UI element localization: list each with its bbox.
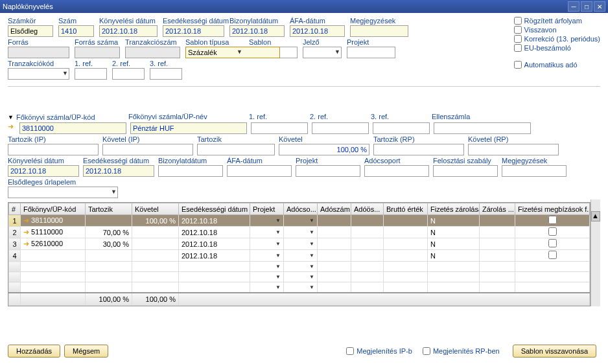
label-fokonyvi-nev: Főkönyvi számla/ÜP-név <box>128 113 245 120</box>
korrekcio-label: Korrekció (13. periódus) <box>524 35 600 43</box>
szam-input[interactable] <box>58 25 94 37</box>
entries-grid[interactable]: # Főkönyv/ÜP-kód Tartozik Követel Esedék… <box>8 202 590 306</box>
label-kovetel-ip: Követel (IP) <box>102 135 193 143</box>
label-projekt: Projekt <box>347 38 395 46</box>
ref3-input[interactable] <box>150 68 182 80</box>
line-konyv-datum-input[interactable] <box>8 165 79 177</box>
minimize-button[interactable]: ─ <box>568 1 579 12</box>
table-row[interactable]: 2➜ 5111000070,00 %2012.10.18▼▼N <box>9 227 590 238</box>
label-sablon: Sablon <box>249 38 298 46</box>
sablon-visszavonasa-button[interactable]: Sablon visszavonása <box>513 345 596 358</box>
col-adoos[interactable]: Adóös... <box>351 203 384 215</box>
jelzo-select[interactable] <box>303 47 342 58</box>
col-adocso[interactable]: Adócso... <box>284 203 318 215</box>
label-ellenszamla: Ellenszámla <box>432 113 529 120</box>
row-arrow-icon: ➜ <box>8 122 14 130</box>
table-row[interactable]: 42012.10.18▼▼N <box>9 250 590 262</box>
line-ref2-input[interactable] <box>312 122 369 134</box>
label-szam: Szám <box>58 17 94 25</box>
visszavon-checkbox[interactable] <box>514 26 522 34</box>
label-tartozik-rp: Tartozik (RP) <box>373 135 464 143</box>
line-account-input[interactable] <box>19 122 126 134</box>
line-ref1-input[interactable] <box>251 122 308 134</box>
auto-ado-checkbox[interactable] <box>514 61 522 69</box>
kovetel-ip-input[interactable] <box>102 144 193 155</box>
line-projekt-input[interactable] <box>296 165 360 177</box>
col-esedek[interactable]: Esedékességi dátum <box>179 203 250 215</box>
col-zarolas[interactable]: Zárolás ... <box>480 203 515 215</box>
elsodleges-select[interactable] <box>8 187 118 198</box>
korrekcio-checkbox[interactable] <box>514 35 522 43</box>
tartozik-ip-input[interactable] <box>8 144 99 155</box>
label-megjegyzesek: Megjegyzések <box>350 17 408 25</box>
megjelenites-rp-checkbox[interactable] <box>423 347 430 355</box>
collapse-icon[interactable]: ▼ <box>8 114 14 120</box>
sablon-tipusa-select[interactable] <box>185 47 280 58</box>
line-esedek-datum-input[interactable] <box>83 165 154 177</box>
esedekessegi-datum-input[interactable] <box>163 25 224 37</box>
felosztasi-input[interactable] <box>433 165 498 177</box>
line-bizonylat-datum-input[interactable] <box>158 165 223 177</box>
adocsoport-input[interactable] <box>364 165 429 177</box>
projekt-input[interactable] <box>347 47 395 58</box>
col-tartozik[interactable]: Tartozik <box>86 203 132 215</box>
table-row[interactable]: 1➜ 38110000100,00 %2012.10.18▼▼N <box>9 215 590 227</box>
grid-scrollbar[interactable]: ▲ <box>590 199 600 306</box>
tranzakcioszam-input[interactable] <box>125 47 180 58</box>
label-line-ref2: 2. ref. <box>310 113 367 120</box>
tranzakciokod-select[interactable] <box>8 68 69 80</box>
forras-input[interactable] <box>8 47 69 58</box>
megsem-button[interactable]: Mégsem <box>64 345 108 358</box>
line-ref3-input[interactable] <box>373 122 430 134</box>
line-ellenszamla-input[interactable] <box>434 122 531 134</box>
table-row[interactable]: 3➜ 5261000030,00 %2012.10.18▼▼N <box>9 238 590 250</box>
afa-datum-input[interactable] <box>290 25 345 37</box>
label-forras: Forrás <box>8 38 69 46</box>
tartozik-input[interactable] <box>197 144 275 155</box>
col-fizetes-zar[interactable]: Fizetés zárolása <box>428 203 480 215</box>
megjegyzesek-input[interactable] <box>350 25 408 37</box>
col-adoszam[interactable]: Adószám <box>318 203 351 215</box>
col-fizetesi-meg[interactable]: Fizetési megbízások f... <box>515 203 590 215</box>
kovetel-input[interactable] <box>279 144 369 155</box>
kovetel-rp-input[interactable] <box>468 144 559 155</box>
eu-checkbox[interactable] <box>514 44 522 52</box>
col-projekt[interactable]: Projekt <box>250 203 284 215</box>
label-line-esedek-datum: Esedékességi dátum <box>83 157 154 165</box>
col-kovetel[interactable]: Követel <box>132 203 179 215</box>
close-button[interactable]: ✕ <box>594 1 605 12</box>
rogzitett-checkbox[interactable] <box>514 17 522 25</box>
label-afa-datum: ÁFA-dátum <box>290 17 345 25</box>
col-brutto[interactable]: Bruttó érték <box>384 203 428 215</box>
line-afa-datum-input[interactable] <box>227 165 292 177</box>
col-num[interactable]: # <box>9 203 21 215</box>
label-line-projekt: Projekt <box>296 157 360 165</box>
label-kovetel-rp: Követel (RP) <box>468 135 559 143</box>
tartozik-rp-input[interactable] <box>373 144 464 155</box>
label-konyvelesi-datum: Könyvelési dátum <box>99 17 158 25</box>
rogzitett-label: Rögzített árfolyam <box>524 17 582 25</box>
table-row[interactable]: ▼▼ <box>9 262 590 272</box>
label-tranzakcioszam: Tranzakciószám <box>125 38 180 46</box>
label-adocsoport: Adócsoport <box>364 157 429 165</box>
ref1-input[interactable] <box>75 68 107 80</box>
label-bizonylatdatum: Bizonylatdátum <box>229 17 285 25</box>
forras-szama-input[interactable] <box>75 47 120 58</box>
megjelenites-ip-checkbox[interactable] <box>346 347 354 355</box>
label-szamkor: Számkör <box>8 17 53 25</box>
footer-kovetel: 100,00 % <box>132 293 179 306</box>
line-account-name-input[interactable] <box>130 122 247 134</box>
table-row[interactable]: ▼▼ <box>9 272 590 282</box>
konyvelesi-datum-input[interactable] <box>99 25 158 37</box>
ref2-input[interactable] <box>112 68 145 80</box>
szamkor-select[interactable] <box>8 25 53 37</box>
hozzaadas-button[interactable]: Hozzáadás <box>8 345 60 358</box>
label-line-konyv-datum: Könyvelési dátum <box>8 157 79 165</box>
bizonylatdatum-input[interactable] <box>229 25 285 37</box>
maximize-button[interactable]: □ <box>581 1 592 12</box>
label-tranzakciokod: Tranzakciókód <box>8 60 69 67</box>
table-row[interactable]: ▼▼ <box>9 282 590 293</box>
col-fokonyv[interactable]: Főkönyv/ÜP-kód <box>21 203 86 215</box>
line-megjegyzesek-input[interactable] <box>502 165 567 177</box>
megjelenites-ip-label: Megjelenítés IP-b <box>357 347 412 355</box>
